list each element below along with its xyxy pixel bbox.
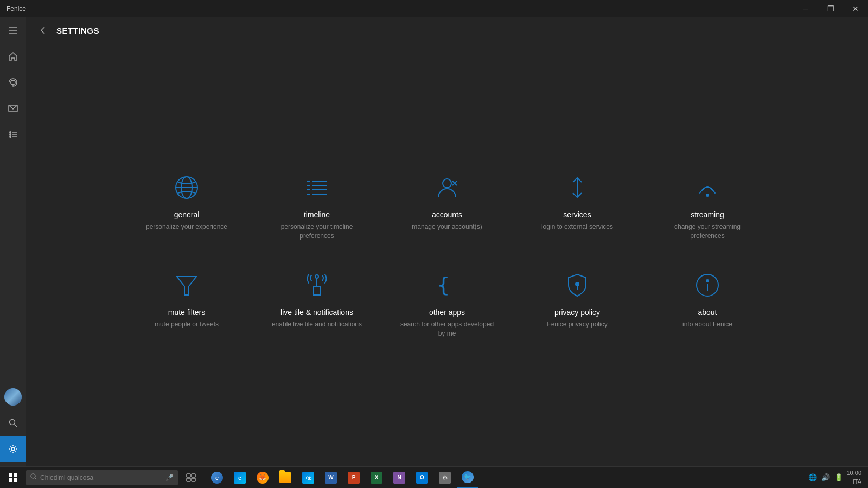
close-button[interactable]: ✕ bbox=[843, 0, 868, 17]
taskbar-excel[interactable]: X bbox=[366, 467, 387, 489]
sidebar-menu-button[interactable] bbox=[0, 17, 26, 43]
settings-card-about[interactable]: about info about Fenice bbox=[653, 260, 762, 347]
sidebar-top bbox=[0, 17, 26, 147]
minimize-button[interactable]: ─ bbox=[793, 0, 818, 17]
settings-card-privacy-policy[interactable]: privacy policy Fenice privacy policy bbox=[523, 260, 631, 347]
services-icon bbox=[561, 171, 593, 204]
general-desc: personalize your experience bbox=[146, 222, 227, 232]
avatar-image bbox=[4, 388, 22, 406]
taskbar-settings-app[interactable]: ⚙ bbox=[434, 467, 456, 489]
streaming-icon bbox=[691, 171, 724, 204]
general-icon bbox=[170, 171, 203, 204]
svg-point-38 bbox=[706, 280, 709, 282]
svg-rect-31 bbox=[314, 286, 320, 295]
taskbar-time: 10:00 bbox=[846, 469, 861, 477]
streaming-title: streaming bbox=[691, 210, 724, 219]
live-tile-icon bbox=[301, 269, 333, 301]
sidebar-item-lists[interactable] bbox=[0, 121, 26, 147]
taskbar-onenote[interactable]: N bbox=[388, 467, 410, 489]
network-icon[interactable]: 🌐 bbox=[808, 473, 817, 481]
timeline-desc: personalize your timeline preferences bbox=[267, 222, 367, 241]
settings-card-streaming[interactable]: streaming change your streaming preferen… bbox=[653, 163, 762, 249]
taskbar-outlook[interactable]: O bbox=[411, 467, 433, 489]
about-title: about bbox=[698, 308, 717, 317]
settings-grid: general personalize your experience bbox=[132, 163, 762, 346]
window-controls: ─ ❐ ✕ bbox=[793, 0, 868, 17]
app-container: SETTINGS general bbox=[0, 17, 868, 466]
svg-point-11 bbox=[10, 420, 15, 425]
taskbar-clock[interactable]: 10:00 ITA bbox=[846, 469, 861, 486]
taskbar-folder[interactable] bbox=[275, 467, 296, 489]
sidebar-item-mentions[interactable] bbox=[0, 69, 26, 95]
svg-point-25 bbox=[443, 179, 451, 188]
start-button[interactable] bbox=[2, 467, 24, 489]
taskbar-fenice-app[interactable]: 🐦 bbox=[457, 467, 478, 489]
speaker-icon[interactable]: 🔊 bbox=[821, 473, 830, 481]
other-apps-icon: { } bbox=[431, 269, 463, 301]
app-title: Fenice bbox=[7, 5, 26, 12]
privacy-policy-desc: Fenice privacy policy bbox=[547, 320, 607, 329]
svg-point-29 bbox=[706, 194, 709, 196]
svg-line-45 bbox=[35, 478, 36, 479]
svg-text:{ }: { } bbox=[437, 273, 461, 297]
svg-marker-30 bbox=[177, 277, 196, 295]
services-desc: login to external services bbox=[541, 222, 613, 232]
svg-line-12 bbox=[15, 425, 17, 427]
taskbar-edge[interactable]: e bbox=[229, 467, 251, 489]
about-icon bbox=[691, 269, 724, 301]
taskbar-right: 🌐 🔊 🔋 10:00 ITA bbox=[808, 469, 866, 486]
mute-filters-title: mute filters bbox=[168, 308, 205, 317]
taskbar-word[interactable]: W bbox=[320, 467, 342, 489]
other-apps-desc: search for other apps developed by me bbox=[397, 320, 497, 338]
taskbar-ppt[interactable]: P bbox=[343, 467, 365, 489]
settings-area: general personalize your experience bbox=[26, 43, 868, 466]
taskbar-search-box[interactable]: Chiedimi qualcosa 🎤 bbox=[26, 470, 178, 485]
svg-point-44 bbox=[31, 474, 35, 478]
taskbar-store[interactable]: 🛍 bbox=[297, 467, 319, 489]
settings-card-services[interactable]: services login to external services bbox=[523, 163, 631, 249]
avatar bbox=[4, 388, 22, 406]
taskbar-ie[interactable]: e bbox=[206, 467, 228, 489]
sidebar-search[interactable] bbox=[0, 410, 26, 436]
settings-card-general[interactable]: general personalize your experience bbox=[132, 163, 241, 249]
settings-card-timeline[interactable]: timeline personalize your timeline prefe… bbox=[263, 163, 371, 249]
settings-card-mute-filters[interactable]: mute filters mute people or tweets bbox=[132, 260, 241, 347]
svg-rect-42 bbox=[9, 478, 12, 482]
taskbar-task-view[interactable] bbox=[180, 467, 202, 489]
privacy-policy-title: privacy policy bbox=[554, 308, 600, 317]
taskbar-search-text: Chiedimi qualcosa bbox=[40, 474, 93, 481]
sidebar-item-home[interactable] bbox=[0, 43, 26, 69]
title-bar: Fenice ─ ❐ ✕ bbox=[0, 0, 868, 17]
svg-rect-47 bbox=[192, 474, 195, 477]
settings-card-live-tile[interactable]: live tile & notifications enable live ti… bbox=[263, 260, 371, 347]
taskbar: Chiedimi qualcosa 🎤 e e 🦊 bbox=[0, 466, 868, 488]
taskbar-mic-icon: 🎤 bbox=[165, 474, 174, 481]
timeline-icon bbox=[301, 171, 333, 204]
svg-rect-43 bbox=[14, 478, 17, 482]
accounts-icon bbox=[431, 171, 463, 204]
back-button[interactable] bbox=[35, 22, 52, 39]
settings-card-other-apps[interactable]: { } other apps search for other apps dev… bbox=[393, 260, 501, 347]
page-title: SETTINGS bbox=[56, 26, 99, 35]
live-tile-title: live tile & notifications bbox=[280, 308, 353, 317]
maximize-button[interactable]: ❐ bbox=[818, 0, 843, 17]
services-title: services bbox=[563, 210, 591, 219]
sidebar-avatar[interactable] bbox=[0, 384, 26, 410]
battery-icon[interactable]: 🔋 bbox=[834, 473, 843, 481]
taskbar-firefox[interactable]: 🦊 bbox=[252, 467, 273, 489]
about-desc: info about Fenice bbox=[682, 320, 732, 329]
settings-card-accounts[interactable]: accounts manage your account(s) bbox=[393, 163, 501, 249]
sidebar-settings[interactable] bbox=[0, 436, 26, 462]
live-tile-desc: enable live tile and notifications bbox=[272, 320, 362, 329]
svg-rect-46 bbox=[187, 474, 190, 477]
sidebar-item-messages[interactable] bbox=[0, 95, 26, 121]
privacy-policy-icon bbox=[561, 269, 593, 301]
streaming-desc: change your streaming preferences bbox=[658, 222, 757, 241]
sidebar bbox=[0, 17, 26, 466]
accounts-title: accounts bbox=[432, 210, 462, 219]
mute-filters-desc: mute people or tweets bbox=[155, 320, 219, 329]
svg-rect-40 bbox=[9, 473, 12, 477]
svg-rect-41 bbox=[14, 473, 17, 477]
header: SETTINGS bbox=[26, 17, 868, 43]
other-apps-title: other apps bbox=[429, 308, 465, 317]
